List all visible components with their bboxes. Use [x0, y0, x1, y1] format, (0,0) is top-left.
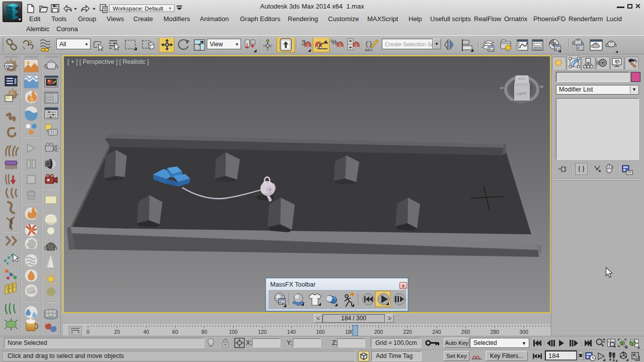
svg-text:160: 160: [316, 329, 325, 335]
svg-text:QH: QH: [6, 64, 13, 69]
svg-text:60: 60: [172, 329, 178, 335]
svg-text:200: 200: [374, 329, 383, 335]
svg-text:220: 220: [403, 329, 412, 335]
svg-text:300: 300: [519, 329, 528, 335]
svg-text:20: 20: [114, 329, 120, 335]
svg-text:ABC: ABC: [365, 48, 373, 52]
svg-text:260: 260: [461, 329, 470, 335]
svg-text:TOP: TOP: [518, 76, 525, 81]
svg-text:40: 40: [143, 329, 149, 335]
svg-text:140: 140: [287, 329, 296, 335]
svg-text:280: 280: [491, 329, 500, 335]
svg-text:100: 100: [229, 329, 238, 335]
svg-text:LEFT: LEFT: [517, 92, 527, 96]
svg-text:240: 240: [432, 329, 441, 335]
svg-text:80: 80: [201, 329, 207, 335]
svg-text:120: 120: [258, 329, 267, 335]
svg-text:%: %: [331, 38, 337, 46]
svg-text:0: 0: [87, 329, 90, 335]
